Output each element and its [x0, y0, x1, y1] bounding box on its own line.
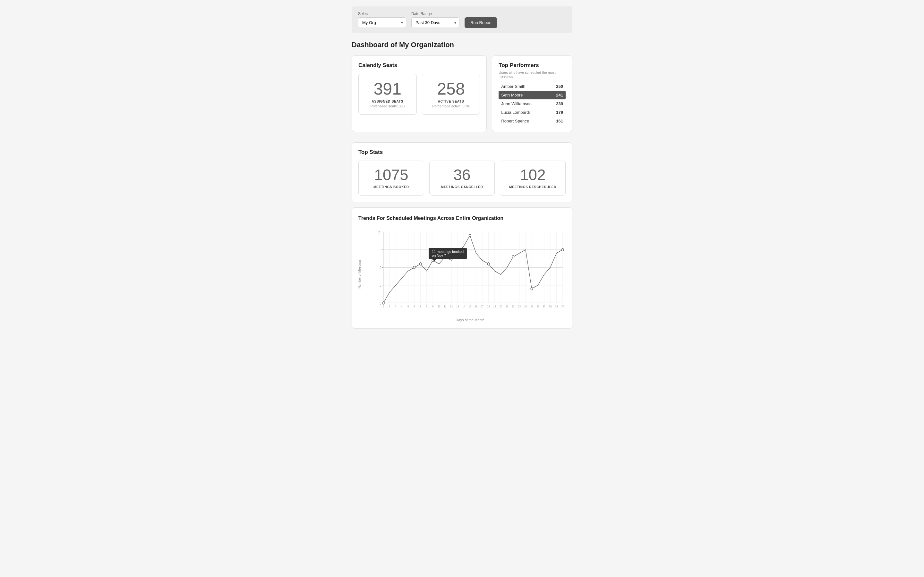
svg-text:27: 27: [543, 305, 546, 308]
svg-text:26: 26: [536, 305, 540, 308]
active-seats-sublabel: Percentage active: 65%: [430, 104, 472, 108]
svg-text:19: 19: [493, 305, 496, 308]
select-wrapper: My Org: [358, 17, 406, 28]
svg-point-82: [469, 234, 471, 237]
svg-text:0: 0: [380, 301, 381, 305]
performer-count: 250: [556, 84, 563, 89]
top-stats-title: Top Stats: [359, 149, 565, 155]
svg-text:12: 12: [450, 305, 453, 308]
svg-text:1: 1: [383, 305, 384, 308]
svg-point-77: [383, 301, 384, 304]
calendly-seats-card: Calendly Seats 391 ASSIGNED SEATS Purcha…: [352, 55, 487, 132]
svg-text:24: 24: [524, 305, 527, 308]
performer-row: John Williamson239: [499, 99, 565, 108]
performers-list: Amber Smith250Seth Moore241John Williams…: [499, 82, 565, 125]
svg-text:21: 21: [506, 305, 509, 308]
filter-bar: Select My Org Date Range Past 30 Days Ru…: [352, 6, 572, 33]
top-performers-subtitle: Users who have scheduled the most meetin…: [499, 71, 565, 78]
svg-text:13: 13: [456, 305, 459, 308]
chart-card: Trends For Scheduled Meetings Across Ent…: [352, 207, 572, 329]
svg-text:22: 22: [512, 305, 515, 308]
assigned-seats-sublabel: Purchased seats: 398: [367, 104, 409, 108]
page-title: Dashboard of My Organization: [352, 41, 572, 49]
chart-y-label: Number of Meetings: [358, 259, 361, 288]
meetings-cancelled-box: 36 MEETINGS CANCELLED: [429, 161, 495, 195]
meetings-rescheduled-label: MEETINGS RESCHEDULED: [505, 185, 560, 189]
performer-name: Seth Moore: [501, 93, 523, 97]
svg-point-86: [561, 248, 564, 251]
calendly-seats-title: Calendly Seats: [359, 62, 480, 69]
performer-count: 161: [556, 119, 563, 123]
svg-point-79: [419, 263, 422, 265]
svg-text:20: 20: [499, 305, 502, 308]
svg-text:9: 9: [432, 305, 433, 308]
svg-text:5: 5: [380, 284, 381, 287]
chart-title: Trends For Scheduled Meetings Across Ent…: [359, 215, 565, 221]
svg-text:16: 16: [475, 305, 478, 308]
chart-svg: 0510152012345678910111213141516171819202…: [375, 226, 565, 316]
chart-x-label: Days of the Month: [375, 318, 565, 322]
svg-text:18: 18: [487, 305, 490, 308]
meetings-cancelled-number: 36: [435, 167, 489, 183]
assigned-seats-box: 391 ASSIGNED SEATS Purchased seats: 398: [359, 74, 417, 115]
assigned-seats-label: ASSIGNED SEATS: [367, 100, 409, 103]
performer-name: Lucia Lombardi: [501, 110, 530, 115]
svg-text:17: 17: [481, 305, 484, 308]
meetings-cancelled-label: MEETINGS CANCELLED: [435, 185, 489, 189]
performer-row: Robert Spence161: [499, 117, 565, 125]
active-seats-number: 258: [430, 81, 472, 97]
svg-text:10: 10: [438, 305, 441, 308]
performer-row: Seth Moore241: [499, 91, 565, 99]
meetings-rescheduled-box: 102 MEETINGS RESCHEDULED: [500, 161, 565, 195]
svg-text:11: 11: [444, 305, 447, 308]
svg-text:4: 4: [401, 305, 403, 308]
seats-stats-row: 391 ASSIGNED SEATS Purchased seats: 398 …: [359, 74, 480, 115]
svg-text:5: 5: [407, 305, 409, 308]
svg-text:10: 10: [378, 266, 381, 269]
svg-text:2: 2: [389, 305, 390, 308]
top-stats-card: Top Stats 1075 MEETINGS BOOKED 36 MEETIN…: [352, 142, 572, 202]
date-range-group: Date Range Past 30 Days: [411, 11, 459, 28]
svg-text:28: 28: [549, 305, 552, 308]
meetings-booked-number: 1075: [364, 167, 419, 183]
org-select[interactable]: My Org: [358, 17, 406, 28]
svg-text:15: 15: [378, 248, 381, 252]
performer-name: Amber Smith: [501, 84, 525, 89]
svg-text:6: 6: [414, 305, 415, 308]
performer-name: Robert Spence: [501, 119, 529, 123]
performer-count: 241: [556, 93, 563, 97]
meetings-booked-box: 1075 MEETINGS BOOKED: [359, 161, 424, 195]
top-performers-card: Top Performers Users who have scheduled …: [492, 55, 572, 132]
svg-point-81: [444, 255, 446, 258]
date-range-select[interactable]: Past 30 Days: [411, 17, 459, 28]
svg-text:25: 25: [530, 305, 533, 308]
select-label: Select: [358, 11, 406, 16]
performer-row: Amber Smith250: [499, 82, 565, 91]
select-group: Select My Org: [358, 11, 406, 28]
performer-row: Lucia Lombardi179: [499, 108, 565, 117]
svg-point-83: [487, 263, 489, 265]
svg-text:29: 29: [555, 305, 558, 308]
chart-container: 0510152012345678910111213141516171819202…: [375, 226, 565, 316]
svg-point-80: [432, 259, 434, 261]
run-report-button[interactable]: Run Report: [465, 17, 497, 28]
stats-grid: 1075 MEETINGS BOOKED 36 MEETINGS CANCELL…: [359, 161, 565, 195]
seats-performers-row: Calendly Seats 391 ASSIGNED SEATS Purcha…: [352, 55, 572, 137]
assigned-seats-number: 391: [367, 81, 409, 97]
meetings-booked-label: MEETINGS BOOKED: [364, 185, 419, 189]
performer-count: 179: [556, 110, 563, 115]
svg-point-84: [512, 255, 514, 258]
meetings-rescheduled-number: 102: [505, 167, 560, 183]
svg-text:23: 23: [518, 305, 521, 308]
svg-text:30: 30: [561, 305, 564, 308]
svg-text:14: 14: [462, 305, 465, 308]
svg-text:8: 8: [426, 305, 427, 308]
svg-text:20: 20: [378, 230, 381, 234]
performer-name: John Williamson: [501, 101, 531, 106]
svg-text:7: 7: [420, 305, 421, 308]
svg-text:3: 3: [395, 305, 396, 308]
active-seats-box: 258 ACTIVE SEATS Percentage active: 65%: [422, 74, 480, 115]
svg-text:15: 15: [469, 305, 472, 308]
active-seats-label: ACTIVE SEATS: [430, 100, 472, 103]
top-performers-title: Top Performers: [499, 62, 565, 69]
